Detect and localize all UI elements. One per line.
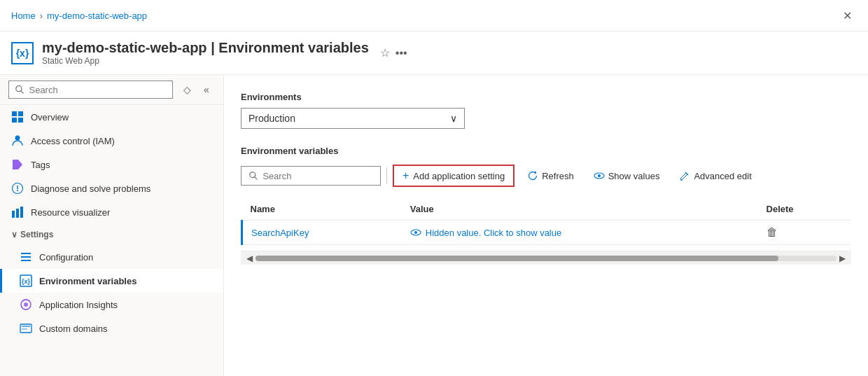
tags-icon — [11, 158, 24, 171]
hidden-value-display: Hidden value. Click to show value — [410, 227, 750, 238]
chevron-down-icon: ∨ — [450, 113, 457, 124]
refresh-icon — [527, 170, 538, 181]
svg-line-1 — [21, 91, 24, 94]
svg-point-20 — [24, 302, 28, 307]
delete-icon[interactable]: 🗑 — [766, 226, 778, 238]
sidebar-item-insights[interactable]: Application Insights — [0, 293, 223, 316]
page-title-group: my-demo-static-web-app | Environment var… — [42, 40, 369, 66]
svg-rect-12 — [16, 209, 19, 218]
breadcrumb: Home › my-demo-static-web-app — [11, 11, 147, 21]
sidebar-item-configuration[interactable]: Configuration — [0, 245, 223, 269]
environments-label: Environments — [241, 92, 851, 102]
svg-point-6 — [15, 136, 20, 141]
svg-text:{x}: {x} — [22, 278, 31, 285]
hidden-value-text[interactable]: Hidden value. Click to show value — [426, 228, 561, 238]
iam-icon — [11, 134, 24, 147]
sidebar-item-domains-label: Custom domains — [39, 323, 108, 334]
col-value: Value — [402, 198, 758, 221]
env-var-name-link[interactable]: SearchApiKey — [251, 228, 309, 238]
more-options-icon[interactable]: ••• — [396, 47, 407, 60]
sidebar-item-diagnose[interactable]: Diagnose and solve problems — [0, 176, 223, 200]
row-delete-cell: 🗑 — [758, 221, 851, 245]
sidebar-item-iam[interactable]: Access control (IAM) — [0, 129, 223, 153]
top-bar-right: ✕ — [837, 6, 857, 25]
page-subtitle: Static Web App — [42, 56, 369, 66]
sidebar-search-input[interactable] — [29, 85, 167, 95]
env-search-icon — [248, 170, 258, 181]
svg-rect-3 — [18, 111, 23, 116]
svg-rect-15 — [21, 256, 31, 258]
svg-rect-23 — [22, 328, 27, 330]
sidebar-item-overview[interactable]: Overview — [0, 105, 223, 129]
svg-rect-4 — [12, 118, 17, 123]
row-name-cell: SearchApiKey — [242, 221, 402, 245]
sidebar-item-tags[interactable]: Tags — [0, 153, 223, 176]
table-header-row: Name Value Delete — [242, 198, 852, 221]
env-search-input[interactable] — [262, 171, 373, 181]
sidebar-item-config-label: Configuration — [39, 252, 93, 263]
horizontal-scrollbar[interactable]: ◀ ▶ — [241, 251, 851, 265]
scroll-left-arrow[interactable]: ◀ — [244, 253, 255, 263]
breadcrumb-home[interactable]: Home — [11, 11, 36, 21]
sidebar-search-area: ◇ « — [0, 75, 223, 105]
eye-icon — [594, 170, 605, 181]
sidebar: ◇ « Overview Access control (IAM) Tags — [0, 75, 224, 376]
app-icon-label: {x} — [16, 48, 29, 59]
col-name: Name — [242, 198, 402, 221]
page-header: {x} my-demo-static-web-app | Environment… — [0, 32, 868, 75]
svg-point-31 — [414, 231, 417, 234]
col-delete: Delete — [758, 198, 851, 221]
environments-dropdown[interactable]: Production ∨ — [241, 108, 465, 129]
svg-rect-13 — [20, 207, 23, 218]
svg-marker-7 — [13, 160, 22, 169]
page-title: my-demo-static-web-app | Environment var… — [42, 40, 369, 56]
env-search-box[interactable] — [241, 166, 381, 186]
favorite-icon[interactable]: ☆ — [380, 46, 390, 60]
env-variables-header: Environment variables — [241, 146, 851, 156]
settings-section[interactable]: ∨ Settings — [0, 224, 223, 245]
top-bar: Home › my-demo-static-web-app ✕ — [0, 0, 868, 32]
svg-rect-2 — [12, 111, 17, 116]
toolbar: + Add application setting Refresh Show v… — [241, 165, 851, 187]
sidebar-collapse-button[interactable]: « — [198, 81, 215, 98]
refresh-button[interactable]: Refresh — [520, 167, 581, 185]
add-application-setting-button[interactable]: + Add application setting — [393, 165, 514, 187]
settings-section-collapse: ∨ — [11, 230, 18, 239]
main-content: Environments Production ∨ Environment va… — [224, 75, 868, 376]
sidebar-search-box[interactable] — [8, 81, 173, 99]
sidebar-pin-button[interactable]: ◇ — [178, 81, 195, 98]
svg-point-10 — [17, 190, 18, 191]
sidebar-item-domains[interactable]: Custom domains — [0, 316, 223, 340]
domains-icon — [20, 322, 32, 335]
svg-rect-5 — [18, 118, 23, 123]
row-value-cell: Hidden value. Click to show value — [402, 221, 758, 245]
svg-rect-22 — [22, 326, 30, 327]
edit-icon — [679, 170, 690, 181]
show-values-button[interactable]: Show values — [587, 167, 667, 185]
env-dropdown-value: Production — [248, 113, 295, 124]
search-icon — [15, 84, 24, 95]
app-icon: {x} — [11, 42, 34, 64]
breadcrumb-app[interactable]: my-demo-static-web-app — [47, 11, 147, 21]
diagnose-icon — [11, 182, 24, 195]
sidebar-item-tags-label: Tags — [31, 160, 50, 170]
main-layout: ◇ « Overview Access control (IAM) Tags — [0, 75, 868, 376]
insights-icon — [20, 298, 32, 311]
scroll-right-arrow[interactable]: ▶ — [836, 253, 848, 263]
sidebar-item-env-variables[interactable]: {x} Environment variables — [0, 269, 223, 293]
close-button[interactable]: ✕ — [837, 6, 857, 25]
add-btn-label: Add application setting — [413, 171, 505, 181]
scrollbar-thumb[interactable] — [255, 256, 778, 261]
sidebar-item-resource[interactable]: Resource visualizer — [0, 200, 223, 224]
scrollbar-track[interactable] — [255, 256, 836, 261]
resource-icon — [11, 206, 24, 218]
sidebar-item-diagnose-label: Diagnose and solve problems — [31, 183, 150, 194]
svg-point-24 — [250, 172, 255, 178]
sidebar-item-overview-label: Overview — [31, 112, 69, 123]
advanced-edit-button[interactable]: Advanced edit — [672, 167, 758, 185]
env-table: Name Value Delete SearchApiKey — [241, 198, 851, 245]
refresh-label: Refresh — [542, 171, 574, 181]
eye-hidden-icon — [410, 227, 421, 238]
svg-point-0 — [16, 86, 22, 92]
plus-icon: + — [402, 169, 409, 182]
